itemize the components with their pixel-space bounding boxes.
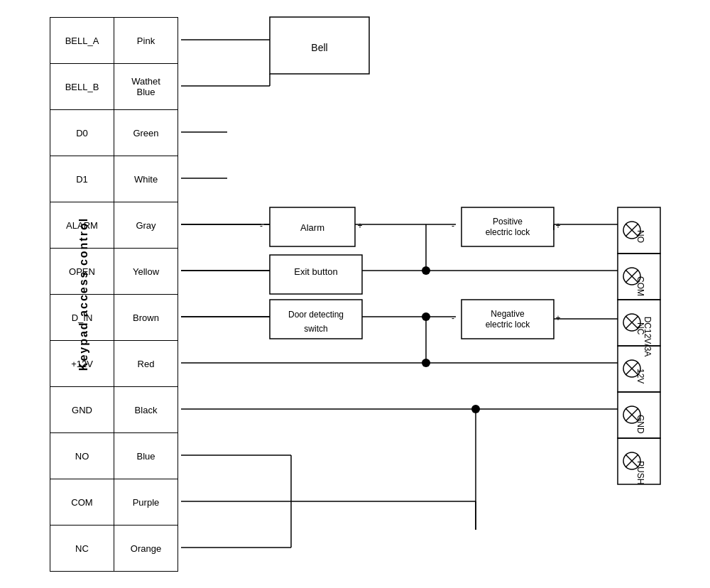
svg-text:-: - (260, 221, 263, 231)
terminal-12v: 12V (635, 369, 645, 383)
terminal-com: COM (635, 276, 645, 296)
svg-text:+: + (357, 221, 362, 231)
alarm-label: Alarm (300, 222, 324, 233)
svg-text:+: + (555, 313, 560, 323)
door-detect-label-2: switch (304, 324, 327, 334)
door-detect-label-1: Door detecting (288, 310, 344, 320)
bell-label: Bell (311, 42, 327, 53)
terminal-nc: NC (635, 322, 645, 335)
svg-text:+: + (555, 221, 560, 231)
terminal-no: NO (635, 230, 645, 243)
positive-lock-label-2: electric lock (486, 227, 531, 237)
exit-button-label: Exit button (294, 266, 337, 277)
terminal-gnd: GND (635, 415, 645, 434)
wiring-diagram: Bell Alarm - + Exit button Door detectin… (7, 10, 703, 578)
svg-text:-: - (452, 313, 454, 323)
svg-text:-: - (452, 221, 454, 231)
terminal-push: PUSH (635, 461, 645, 484)
negative-lock-label-1: Negative (491, 309, 525, 319)
diagram-container: Keypad access control BELL_A Pink BELL_B… (7, 10, 703, 578)
positive-lock-label-1: Positive (493, 217, 523, 227)
negative-lock-label-2: electric lock (486, 320, 531, 330)
